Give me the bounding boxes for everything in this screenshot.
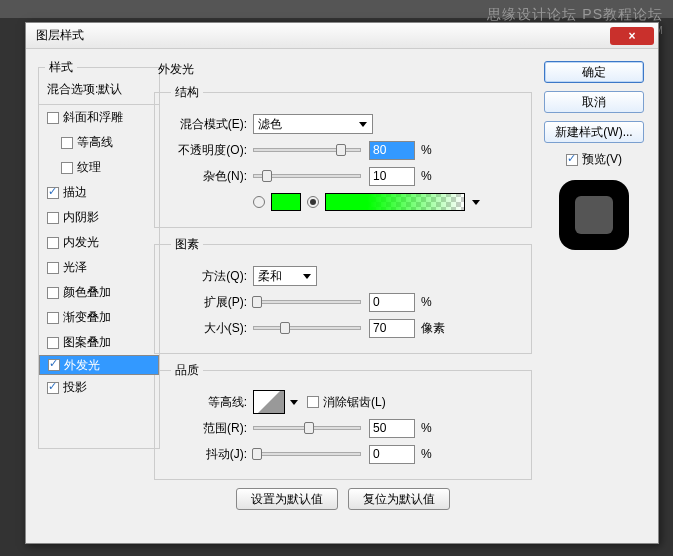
- style-pattern-overlay[interactable]: 图案叠加: [39, 330, 159, 355]
- style-inner-shadow[interactable]: 内阴影: [39, 205, 159, 230]
- spread-unit: %: [421, 295, 432, 309]
- styles-legend: 样式: [45, 59, 77, 76]
- preview-thumbnail: [559, 180, 629, 250]
- jitter-input[interactable]: [369, 445, 415, 464]
- set-default-button[interactable]: 设置为默认值: [236, 488, 338, 510]
- style-contour[interactable]: 等高线: [39, 130, 159, 155]
- noise-slider[interactable]: [253, 174, 361, 178]
- main-panel: 外发光 结构 混合模式(E): 滤色 不透明度(O): % 杂色(N):: [146, 59, 540, 533]
- cancel-button[interactable]: 取消: [544, 91, 644, 113]
- style-texture[interactable]: 纹理: [39, 155, 159, 180]
- size-unit: 像素: [421, 320, 445, 337]
- new-style-button[interactable]: 新建样式(W)...: [544, 121, 644, 143]
- color-swatch[interactable]: [271, 193, 301, 211]
- checkbox[interactable]: [47, 337, 59, 349]
- dialog-title: 图层样式: [30, 27, 610, 44]
- checkbox[interactable]: [61, 137, 73, 149]
- close-icon: ×: [628, 29, 635, 43]
- checkbox[interactable]: [47, 212, 59, 224]
- technique-label: 方法(Q):: [165, 268, 247, 285]
- blend-mode-select[interactable]: 滤色: [253, 114, 373, 134]
- blend-options-row[interactable]: 混合选项:默认: [39, 76, 159, 105]
- size-label: 大小(S):: [165, 320, 247, 337]
- spread-slider[interactable]: [253, 300, 361, 304]
- checkbox[interactable]: [47, 237, 59, 249]
- gradient-picker[interactable]: [325, 193, 465, 211]
- reset-default-button[interactable]: 复位为默认值: [348, 488, 450, 510]
- jitter-label: 抖动(J):: [165, 446, 247, 463]
- structure-legend: 结构: [171, 84, 203, 101]
- technique-select[interactable]: 柔和: [253, 266, 317, 286]
- opacity-unit: %: [421, 143, 432, 157]
- gradient-radio[interactable]: [307, 196, 319, 208]
- ok-button[interactable]: 确定: [544, 61, 644, 83]
- style-gradient-overlay[interactable]: 渐变叠加: [39, 305, 159, 330]
- opacity-slider[interactable]: [253, 148, 361, 152]
- elements-group: 图素 方法(Q): 柔和 扩展(P): % 大小(S): 像素: [154, 236, 532, 354]
- color-radio[interactable]: [253, 196, 265, 208]
- elements-legend: 图素: [171, 236, 203, 253]
- contour-label: 等高线:: [165, 394, 247, 411]
- checkbox[interactable]: [47, 312, 59, 324]
- titlebar: 图层样式 ×: [26, 23, 658, 49]
- close-button[interactable]: ×: [610, 27, 654, 45]
- spread-input[interactable]: [369, 293, 415, 312]
- preview-label: 预览(V): [582, 151, 622, 168]
- contour-picker[interactable]: [253, 390, 285, 414]
- opacity-label: 不透明度(O):: [165, 142, 247, 159]
- styles-panel: 样式 混合选项:默认 斜面和浮雕 等高线 纹理 描边 内阴影 内发光 光泽 颜色…: [38, 59, 146, 533]
- main-title: 外发光: [154, 59, 532, 84]
- checkbox[interactable]: [47, 187, 59, 199]
- preview-checkbox[interactable]: [566, 154, 578, 166]
- style-drop-shadow[interactable]: 投影: [39, 375, 159, 400]
- checkbox[interactable]: [47, 287, 59, 299]
- checkbox[interactable]: [47, 112, 59, 124]
- structure-group: 结构 混合模式(E): 滤色 不透明度(O): % 杂色(N): %: [154, 84, 532, 228]
- range-unit: %: [421, 421, 432, 435]
- checkbox[interactable]: [61, 162, 73, 174]
- layer-style-dialog: 图层样式 × 样式 混合选项:默认 斜面和浮雕 等高线 纹理 描边 内阴影 内发…: [25, 22, 659, 544]
- jitter-slider[interactable]: [253, 452, 361, 456]
- noise-input[interactable]: [369, 167, 415, 186]
- range-label: 范围(R):: [165, 420, 247, 437]
- antialias-checkbox[interactable]: [307, 396, 319, 408]
- noise-unit: %: [421, 169, 432, 183]
- style-color-overlay[interactable]: 颜色叠加: [39, 280, 159, 305]
- checkbox[interactable]: [47, 382, 59, 394]
- range-slider[interactable]: [253, 426, 361, 430]
- antialias-label: 消除锯齿(L): [323, 394, 386, 411]
- checkbox[interactable]: [47, 262, 59, 274]
- opacity-input[interactable]: [369, 141, 415, 160]
- right-panel: 确定 取消 新建样式(W)... 预览(V): [540, 59, 648, 533]
- checkbox[interactable]: [48, 359, 60, 371]
- spread-label: 扩展(P):: [165, 294, 247, 311]
- blend-mode-label: 混合模式(E):: [165, 116, 247, 133]
- style-stroke[interactable]: 描边: [39, 180, 159, 205]
- quality-legend: 品质: [171, 362, 203, 379]
- jitter-unit: %: [421, 447, 432, 461]
- style-outer-glow[interactable]: 外发光: [39, 355, 159, 375]
- quality-group: 品质 等高线: 消除锯齿(L) 范围(R): % 抖动(J):: [154, 362, 532, 480]
- style-bevel[interactable]: 斜面和浮雕: [39, 105, 159, 130]
- style-inner-glow[interactable]: 内发光: [39, 230, 159, 255]
- size-input[interactable]: [369, 319, 415, 338]
- size-slider[interactable]: [253, 326, 361, 330]
- noise-label: 杂色(N):: [165, 168, 247, 185]
- style-satin[interactable]: 光泽: [39, 255, 159, 280]
- range-input[interactable]: [369, 419, 415, 438]
